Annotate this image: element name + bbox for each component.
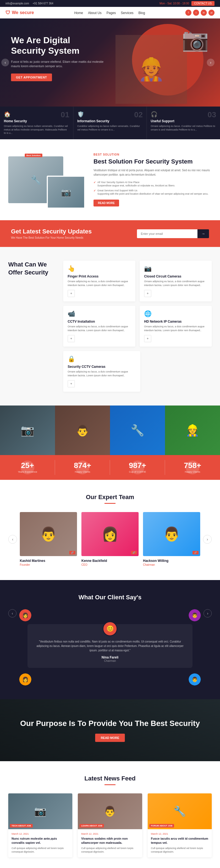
nav-pages[interactable]: Pages (106, 11, 116, 15)
testimonials-next-arrow[interactable]: › (204, 609, 212, 618)
logo[interactable]: 🛡 Wesecure (5, 10, 34, 16)
team-member-3-role: Chairman (143, 563, 200, 566)
team-member-2-name: Kenne Backfield (81, 559, 139, 563)
feature-info-security: 02 🛡️ Information Security Curabitur adi… (73, 106, 147, 139)
offer-card-2-detail-btn[interactable]: + (144, 290, 151, 297)
news-image-1-icon: 📷 (34, 806, 46, 817)
stat-number-3: 987+ (113, 462, 162, 469)
security-cctv-icon: 🔒 (68, 355, 136, 363)
news-desc-2: Cull quisque adipiscing eleifend vel lor… (81, 846, 139, 854)
topbar-contact-btn[interactable]: CONTACT US (191, 1, 215, 6)
navbar: 🛡 Wesecure Home About Us Pages Services … (0, 7, 220, 19)
newsletter-section: Get Latest Security Updates We Have The … (0, 220, 220, 247)
team-member-1: 👨 🔗 Kashid Martines Founder (20, 512, 77, 566)
hero-camera-decoration: 📷 (182, 27, 209, 53)
news-desc-1: Cull quisque adipiscing eleifend vel lor… (11, 846, 69, 854)
testimonials-reviewer-name: Nina Fareli (33, 655, 187, 659)
stat-label-1: Years Experience (3, 470, 52, 473)
team-prev-arrow[interactable]: ‹ (8, 535, 17, 544)
solution-images: 🔧 📷 Best Solution (8, 156, 85, 203)
team-cards: 👨 🔗 Kashid Martines Founder 👩 🔗 Kenne Ba… (20, 512, 200, 566)
avatar-1-circle: 👩 (19, 609, 31, 621)
testimonials-prev-arrow[interactable]: ‹ (8, 609, 16, 618)
offer-grid: 👆 Finger Print Access Ornare adipiscing … (63, 261, 212, 347)
newsletter-submit-button[interactable]: → (197, 229, 209, 238)
testimonial-avatar-3: 👩 (19, 673, 31, 685)
testimonials-content: 👩 👨 😊 "Vestibulum finibus non nulla sed … (19, 609, 201, 685)
news-tag-1: TECH ABOUT JOB (10, 824, 33, 828)
offer-card-3-detail-btn[interactable]: + (68, 335, 75, 342)
news-image-3-icon: 🔧 (174, 806, 186, 817)
nav-services[interactable]: Services (121, 11, 133, 15)
news-card-1: 📷 TECH ABOUT JOB March 12, 2021 Nunc rut… (8, 794, 72, 857)
gallery-item-2: 👨 (55, 405, 110, 455)
topbar-phone[interactable]: +91 584 677 364 (33, 2, 53, 5)
linkedin-icon[interactable]: in (201, 10, 207, 16)
stat-number-2: 874+ (58, 462, 107, 469)
logo-text-accent: secure (20, 10, 34, 15)
offer-card-1-title: Finger Print Access (68, 275, 131, 278)
solution-section: 🔧 📷 Best Solution Best Solution Best Sol… (0, 139, 220, 220)
support-icon: 🎧 (151, 111, 216, 118)
hero-person-image: 👷 (115, 35, 187, 104)
testimonial-avatar-2: 👨 (189, 609, 201, 621)
nav-home[interactable]: Home (74, 11, 83, 15)
gallery-person1-image: 👨 (55, 405, 110, 455)
testimonials-reviewer-role: Chairman (33, 659, 187, 662)
feature-title-3: Useful Support (151, 119, 216, 123)
solution-point-1: All Your Security System At One Place Su… (94, 181, 212, 187)
solution-point-2: Great Services And Support With Us Suppo… (94, 189, 212, 195)
hero-next-arrow[interactable]: › (207, 59, 215, 66)
news-image-1: 📷 TECH ABOUT JOB (8, 794, 72, 829)
youtube-icon[interactable]: yt (209, 10, 215, 16)
purpose-cta-button[interactable]: READ MORE (95, 734, 124, 742)
news-date-2: March 12, 2021 (81, 833, 139, 835)
gallery-item-3: 🔧 (110, 405, 165, 455)
newsletter-subtitle: We Have The Best Solution For Your Home … (11, 236, 91, 239)
offer-card-5-desc: Ornare adipiscing eu lacus, a duis condi… (68, 370, 136, 377)
team-member-3-photo: 👨 🔗 (143, 512, 200, 556)
news-title-2: Vivamus sodales nibh proin non ullamcorp… (81, 837, 139, 845)
stat-coffee: 987+ Cup of COFFIE (110, 455, 165, 480)
solution-read-more-button[interactable]: READ MORE (94, 199, 119, 207)
news-body-3: March 12, 2021 Fusce iaculis arcu velit … (148, 829, 212, 857)
team-title-divider (105, 503, 115, 504)
hero-description: Fusce id felis ac justo ornare eleifend.… (11, 59, 107, 68)
topbar-email[interactable]: info@example.com (5, 2, 29, 5)
feature-title-2: Information Security (77, 119, 143, 123)
nav-about[interactable]: About Us (88, 11, 102, 15)
offer-left: What Can We Offer Security (8, 261, 58, 347)
offer-card-5-detail-btn[interactable]: + (68, 380, 75, 388)
team-title: Our Expert Team (8, 494, 212, 501)
news-grid: 📷 TECH ABOUT JOB March 12, 2021 Nunc rut… (8, 794, 212, 857)
facebook-icon[interactable]: f (185, 10, 191, 16)
avatar-3-circle: 👩 (19, 673, 31, 685)
offer-card-4-detail-btn[interactable]: + (144, 335, 151, 342)
twitter-icon[interactable]: t (193, 10, 199, 16)
hero-cta-button[interactable]: GET APPOINTMENT (11, 73, 52, 81)
hero-prev-arrow[interactable]: ‹ (1, 59, 9, 66)
offer-card-2-desc: Ornare adipiscing eu lacus, a duis condi… (144, 280, 207, 287)
news-image-2: 👨 LEARN ABOUT JOB (78, 794, 142, 829)
team-next-arrow[interactable]: › (203, 535, 212, 544)
feature-number-3: 03 (208, 111, 216, 119)
solution-point-1-title: All Your Security System At One Place (97, 181, 212, 184)
stat-experience: 25+ Years Experience (0, 455, 55, 480)
offer-card-cctv-closed: 📷 Closed Circuit Cameras Ornare adipisci… (140, 261, 212, 302)
hero-title: We Are Digital Security System (11, 35, 107, 56)
news-desc-3: Cull quisque adipiscing eleifend vel lor… (151, 846, 209, 854)
news-image-2-icon: 👨 (104, 806, 116, 817)
nav-blog[interactable]: Blog (138, 11, 145, 15)
hero-section: We Are Digital Security System Fusce id … (0, 19, 220, 106)
testimonials-main-avatar: 😊 (103, 621, 117, 636)
newsletter-email-input[interactable] (137, 229, 197, 238)
offer-card-1-detail-btn[interactable]: + (68, 290, 75, 297)
newsletter-left: Get Latest Security Updates We Have The … (11, 228, 91, 239)
solution-secondary-image: 📷 (47, 176, 85, 209)
gallery-item-1: 📷 (0, 405, 55, 455)
gallery-item-4: 👷 (165, 405, 220, 455)
stat-label-3: Cup of COFFIE (113, 470, 162, 473)
news-title-divider (105, 784, 115, 785)
testimonials-section: What Our Client Say's ‹ 👩 👨 😊 "Vestibulu… (0, 580, 220, 699)
offer-card-cctv-install: 📹 CCTV Installation Ornare adipiscing eu… (63, 306, 135, 347)
